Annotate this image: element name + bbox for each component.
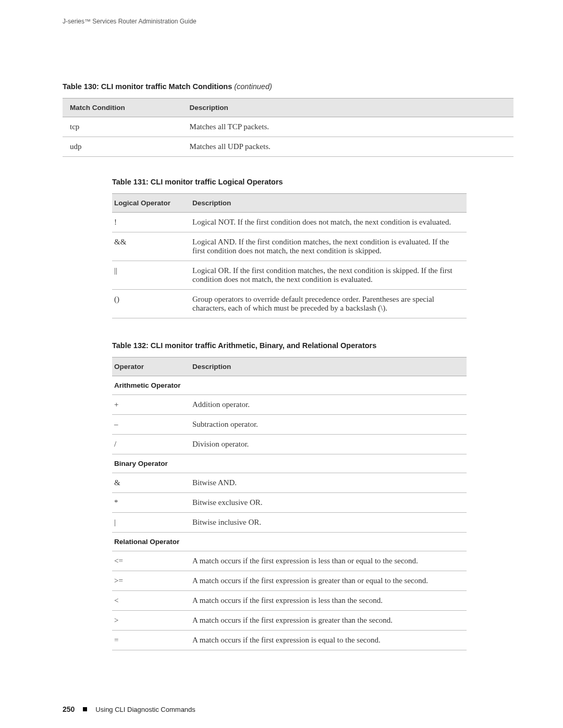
table-row: <= A match occurs if the first expressio… — [112, 551, 467, 571]
table-cell: & — [112, 473, 187, 493]
table-cell: A match occurs if the first expression i… — [187, 591, 467, 611]
table130-caption-strong: Table 130: CLI monitor traffic Match Con… — [63, 82, 232, 91]
table131-caption-strong: Table 131: CLI monitor traffic Logical O… — [112, 178, 283, 186]
page-footer: 250 Using CLI Diagnostic Commands — [63, 705, 195, 713]
table-cell: / — [112, 435, 187, 454]
table-cell: A match occurs if the first expression i… — [187, 571, 467, 591]
table131-h0: Logical Operator — [112, 194, 187, 213]
table-cell: > — [112, 611, 187, 631]
table132-section-relational: Relational Operator — [112, 533, 467, 551]
table-cell: Division operator. — [187, 435, 467, 454]
table-cell: Logical AND. If the first condition matc… — [187, 232, 467, 261]
table-section-title: Relational Operator — [112, 533, 467, 551]
table131-header-row: Logical Operator Description — [112, 194, 467, 213]
table130-caption: Table 130: CLI monitor traffic Match Con… — [63, 82, 513, 91]
table-cell: >= — [112, 571, 187, 591]
table-cell: < — [112, 591, 187, 611]
table132-section-arithmetic: Arithmetic Operator — [112, 376, 467, 395]
page: J-series™ Services Router Administration… — [0, 0, 563, 728]
table132-h1: Description — [187, 357, 467, 376]
table-cell: + — [112, 395, 187, 415]
table-cell: * — [112, 493, 187, 513]
footer-text: Using CLI Diagnostic Commands — [95, 706, 195, 713]
table-row: >= A match occurs if the first expressio… — [112, 571, 467, 591]
table-row: / Division operator. — [112, 435, 467, 454]
table132-header-row: Operator Description — [112, 357, 467, 376]
table130-h0: Match Condition — [63, 98, 185, 117]
table132-caption-strong: Table 132: CLI monitor traffic Arithmeti… — [112, 341, 376, 350]
table-cell: A match occurs if the first expression i… — [187, 551, 467, 571]
table-cell: Matches all UDP packets. — [185, 137, 513, 157]
table132-caption: Table 132: CLI monitor traffic Arithmeti… — [112, 341, 467, 350]
table-cell: Subtraction operator. — [187, 415, 467, 435]
page-number: 250 — [63, 705, 75, 713]
table-row: udp Matches all UDP packets. — [63, 137, 513, 157]
table131-caption: Table 131: CLI monitor traffic Logical O… — [112, 178, 467, 186]
table-cell: Matches all TCP packets. — [185, 117, 513, 137]
table-cell: – — [112, 415, 187, 435]
table-cell: | — [112, 513, 187, 533]
table-row: + Addition operator. — [112, 395, 467, 415]
table-cell: A match occurs if the first expression i… — [187, 611, 467, 631]
table131-h1: Description — [187, 194, 467, 213]
table-row: | Bitwise inclusive OR. — [112, 513, 467, 533]
running-head: J-series™ Services Router Administration… — [63, 18, 513, 25]
table-row: ! Logical NOT. If the first condition do… — [112, 213, 467, 232]
table-cell: Group operators to override default prec… — [187, 290, 467, 318]
table-cell: A match occurs if the first expression i… — [187, 631, 467, 650]
table-cell: Bitwise AND. — [187, 473, 467, 493]
table132: Operator Description Arithmetic Operator… — [112, 357, 467, 650]
table130-caption-em: (continued) — [232, 82, 272, 91]
table-cell: Logical OR. If the first condition match… — [187, 261, 467, 290]
table-row: = A match occurs if the first expression… — [112, 631, 467, 650]
table-cell: && — [112, 232, 187, 261]
table132-h0: Operator — [112, 357, 187, 376]
table-cell: Bitwise inclusive OR. — [187, 513, 467, 533]
table-cell: Addition operator. — [187, 395, 467, 415]
table-row: () Group operators to override default p… — [112, 290, 467, 318]
table132-section-binary: Binary Operator — [112, 454, 467, 473]
table-row: tcp Matches all TCP packets. — [63, 117, 513, 137]
table-section-title: Binary Operator — [112, 454, 467, 473]
table-cell: tcp — [63, 117, 185, 137]
table-row: * Bitwise exclusive OR. — [112, 493, 467, 513]
table-row: < A match occurs if the first expression… — [112, 591, 467, 611]
table-cell: Bitwise exclusive OR. — [187, 493, 467, 513]
table-cell: ! — [112, 213, 187, 232]
table-row: && Logical AND. If the first condition m… — [112, 232, 467, 261]
table-cell: Logical NOT. If the first condition does… — [187, 213, 467, 232]
table130-header-row: Match Condition Description — [63, 98, 513, 117]
table-cell: = — [112, 631, 187, 650]
table-cell: udp — [63, 137, 185, 157]
table131-wrap: Table 131: CLI monitor traffic Logical O… — [112, 178, 467, 318]
table-cell: || — [112, 261, 187, 290]
table-section-title: Arithmetic Operator — [112, 376, 467, 395]
table-cell: <= — [112, 551, 187, 571]
table130-h1: Description — [185, 98, 513, 117]
table-row: – Subtraction operator. — [112, 415, 467, 435]
table132-wrap: Table 132: CLI monitor traffic Arithmeti… — [112, 341, 467, 650]
table130: Match Condition Description tcp Matches … — [63, 98, 513, 157]
table-row: > A match occurs if the first expression… — [112, 611, 467, 631]
table-row: & Bitwise AND. — [112, 473, 467, 493]
table-cell: () — [112, 290, 187, 318]
square-bullet-icon — [83, 707, 87, 711]
table-row: || Logical OR. If the first condition ma… — [112, 261, 467, 290]
table131: Logical Operator Description ! Logical N… — [112, 193, 467, 318]
